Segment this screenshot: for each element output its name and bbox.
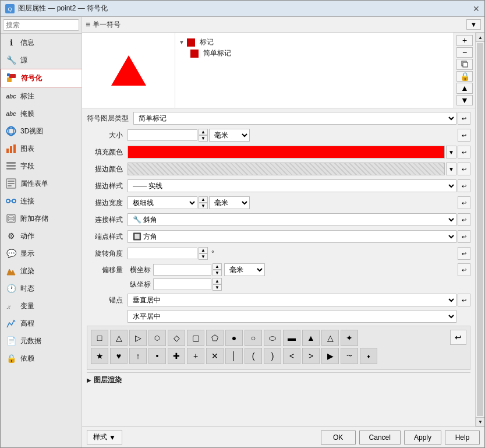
search-input[interactable] [3, 19, 79, 31]
shape-triangle-outline[interactable]: △ [110, 330, 128, 346]
offset-action[interactable]: ↩ [458, 263, 470, 276]
tree-toggle[interactable]: ▼ [179, 39, 185, 45]
move-up-button[interactable]: ▲ [456, 83, 473, 94]
stroke-color-bar[interactable] [128, 163, 445, 175]
stroke-width-action[interactable]: ↩ [458, 196, 470, 209]
sidebar-item-action[interactable]: ⚙ 动作 [1, 227, 82, 245]
sidebar-item-fields[interactable]: 字段 [1, 157, 82, 175]
shape-triangle-sm[interactable]: △ [321, 330, 339, 346]
rotation-up[interactable]: ▲ [199, 247, 208, 253]
scroll-up-arrow[interactable]: ▲ [476, 33, 484, 42]
shape-x[interactable]: ✕ [206, 348, 224, 364]
shape-arc-r[interactable]: ) [264, 348, 281, 364]
scroll-down-arrow[interactable]: ▼ [476, 417, 484, 426]
stroke-style-select[interactable]: —— 实线 [128, 179, 456, 192]
type-action[interactable]: ↩ [458, 112, 470, 125]
shape-pentagon[interactable]: ⬠ [206, 330, 224, 346]
sidebar-item-metadata[interactable]: 📄 元数据 [1, 332, 82, 350]
fill-color-bar[interactable] [128, 146, 445, 158]
size-input[interactable]: 12.000000 [128, 129, 197, 141]
move-down-button[interactable]: ▼ [456, 95, 473, 106]
cap-style-select[interactable]: 🔲 方角 [128, 230, 456, 243]
shape-star4[interactable]: ✦ [341, 330, 358, 346]
offset-y-input[interactable]: 0.000000 [153, 278, 211, 290]
offset-x-input[interactable]: 0.000000 [153, 264, 211, 276]
shape-play[interactable]: ▶ [321, 348, 339, 364]
shape-heart[interactable]: ♥ [110, 348, 128, 364]
sidebar-item-source[interactable]: 🔧 源 [1, 51, 82, 69]
shape-dot[interactable]: • [148, 348, 166, 364]
shape-cross[interactable]: ✚ [168, 348, 185, 364]
symbol-mode-dropdown[interactable]: ▼ [466, 19, 481, 30]
sidebar-item-time[interactable]: 🕐 时态 [1, 280, 82, 297]
apply-button[interactable]: Apply [404, 431, 441, 445]
cancel-button[interactable]: Cancel [359, 431, 401, 445]
sidebar-item-info[interactable]: ℹ 信息 [1, 34, 82, 51]
shape-ellipse[interactable]: ⬭ [264, 330, 281, 346]
sidebar-item-attrform[interactable]: 属性表单 [1, 175, 82, 192]
size-up[interactable]: ▲ [199, 129, 208, 135]
fill-color-dropdown[interactable]: ▼ [446, 146, 456, 158]
sidebar-item-render[interactable]: 渲染 [1, 262, 82, 280]
sidebar-item-dependency[interactable]: 🔒 依赖 [1, 350, 82, 367]
shape-angle-l[interactable]: < [283, 348, 300, 364]
stroke-width-down[interactable]: ▼ [199, 203, 208, 209]
shape-circle[interactable]: ○ [245, 330, 262, 346]
stroke-color-dropdown[interactable]: ▼ [446, 163, 456, 175]
offset-x-down[interactable]: ▼ [213, 270, 222, 276]
close-button[interactable]: ✕ [473, 4, 480, 13]
rotation-down[interactable]: ▼ [199, 253, 208, 260]
shape-star[interactable]: ★ [91, 348, 108, 364]
sidebar-item-labels[interactable]: abc 标注 [1, 87, 82, 105]
sidebar-item-mask[interactable]: abc 掩膜 [1, 105, 82, 122]
style-button[interactable]: 样式 ▼ [87, 430, 122, 445]
add-layer-button[interactable]: + [456, 35, 473, 46]
sidebar-item-auxstorage[interactable]: 附加存储 [1, 210, 82, 227]
stroke-width-up[interactable]: ▲ [199, 196, 208, 203]
size-action[interactable]: ↩ [458, 129, 470, 142]
shape-square[interactable]: □ [91, 330, 108, 346]
sidebar-item-variable[interactable]: 𝑥 变量 [1, 297, 82, 315]
shape-angle-r[interactable]: > [302, 348, 320, 364]
stroke-width-unit-select[interactable]: 毫米 [209, 196, 250, 209]
shape-arrow-up[interactable]: ↑ [129, 348, 147, 364]
lock-button[interactable]: 🔒 [456, 71, 473, 82]
join-style-action[interactable]: ↩ [458, 213, 470, 226]
shape-arrow-right[interactable]: ▷ [129, 330, 147, 346]
offset-y-up[interactable]: ▲ [213, 278, 222, 284]
layer-renderer-toggle[interactable]: ▶ [87, 377, 91, 383]
offset-y-down[interactable]: ▼ [213, 284, 222, 291]
shape-wave[interactable]: 〜 [341, 348, 358, 364]
offset-x-up[interactable]: ▲ [213, 263, 222, 270]
shape-round-rect[interactable]: ▢ [187, 330, 204, 346]
layer-renderer-section[interactable]: ▶ 图层渲染 [87, 372, 470, 387]
rotation-input[interactable]: 0.00 [128, 248, 197, 259]
shape-parallelogram[interactable]: ⬡ [148, 330, 166, 346]
sidebar-item-elevation[interactable]: 高程 [1, 315, 82, 332]
sidebar-item-chart[interactable]: 图表 [1, 140, 82, 157]
fill-color-action[interactable]: ↩ [458, 146, 470, 158]
right-scrollbar[interactable]: ▲ ▼ [475, 33, 484, 426]
cap-style-action[interactable]: ↩ [458, 230, 470, 243]
type-select[interactable]: 简单标记 [133, 112, 456, 125]
scroll-thumb[interactable] [477, 43, 483, 416]
size-unit-select[interactable]: 毫米 [209, 129, 250, 142]
join-style-select[interactable]: 🔧 斜角 [128, 213, 456, 226]
duplicate-button[interactable] [456, 59, 473, 70]
shape-triangle[interactable]: ▲ [302, 330, 320, 346]
ok-button[interactable]: OK [321, 431, 356, 445]
stroke-width-select[interactable]: 极细线 [128, 196, 197, 209]
anchor-v-select[interactable]: 垂直居中 [128, 294, 456, 306]
sidebar-item-3dview[interactable]: 3D视图 [1, 122, 82, 140]
remove-layer-button[interactable]: − [456, 47, 473, 58]
help-button[interactable]: Help [445, 431, 480, 445]
stroke-color-action[interactable]: ↩ [458, 163, 470, 175]
sidebar-item-join[interactable]: 连接 [1, 192, 82, 210]
shape-rect[interactable]: ▬ [283, 330, 300, 346]
shapes-action-btn[interactable]: ↩ [450, 330, 466, 345]
shape-diamond[interactable]: ◇ [168, 330, 185, 346]
offset-unit-select[interactable]: 毫米 [224, 263, 265, 276]
sidebar-item-symbology[interactable]: 符号化 [1, 69, 82, 87]
shape-plus[interactable]: + [187, 348, 204, 364]
anchor-h-select[interactable]: 水平居中 [128, 310, 456, 323]
